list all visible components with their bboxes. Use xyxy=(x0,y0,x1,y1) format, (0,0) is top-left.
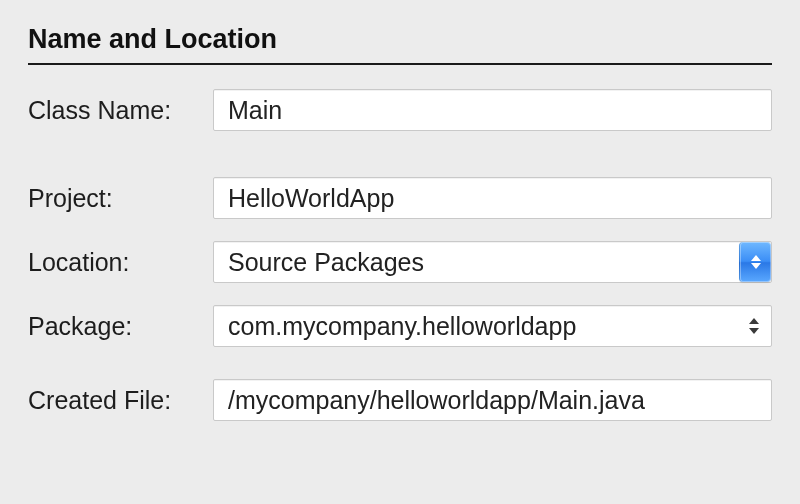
row-created-file: Created File: xyxy=(28,379,772,421)
package-combobox[interactable] xyxy=(213,305,772,347)
row-class-name: Class Name: xyxy=(28,89,772,131)
location-select[interactable]: Source Packages xyxy=(213,241,772,283)
row-location: Location: Source Packages xyxy=(28,241,772,283)
project-label: Project: xyxy=(28,184,213,213)
created-file-label: Created File: xyxy=(28,386,213,415)
stepper-arrows-icon[interactable] xyxy=(746,305,762,347)
section-title: Name and Location xyxy=(28,24,772,65)
name-and-location-panel: Name and Location Class Name: Project: L… xyxy=(0,0,800,421)
class-name-label: Class Name: xyxy=(28,96,213,125)
row-project: Project: xyxy=(28,177,772,219)
location-label: Location: xyxy=(28,248,213,277)
dropdown-arrows-icon[interactable] xyxy=(739,242,771,282)
created-file-input xyxy=(213,379,772,421)
class-name-input[interactable] xyxy=(213,89,772,131)
package-label: Package: xyxy=(28,312,213,341)
row-package: Package: xyxy=(28,305,772,347)
project-input xyxy=(213,177,772,219)
